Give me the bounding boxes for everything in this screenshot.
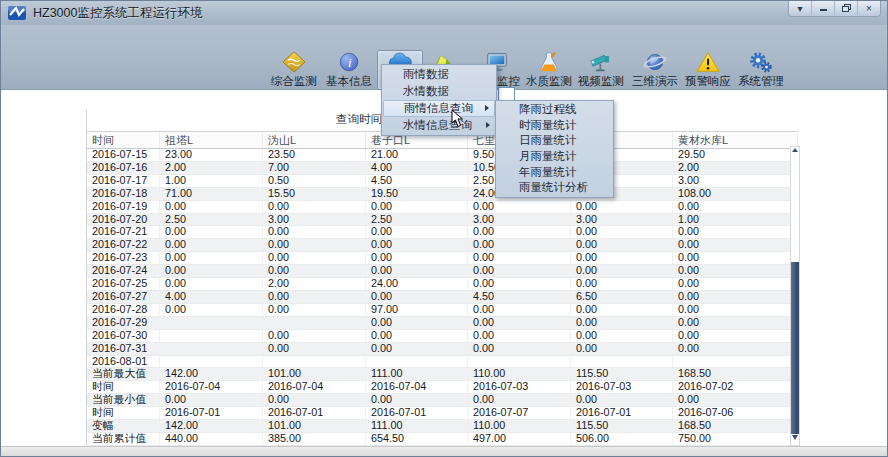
table-row[interactable]: 2016-07-202.503.002.503.003.001.00 xyxy=(87,213,798,226)
flask-icon xyxy=(523,50,575,73)
toolbar-button-video-monitoring[interactable]: 视频监测 xyxy=(575,50,627,88)
submenu-item-rain-process-line[interactable]: 降雨过程线 xyxy=(497,102,612,118)
value-cell: 497.00 xyxy=(468,432,571,445)
row-label-cell: 2016-07-29 xyxy=(87,316,160,329)
close-button[interactable]: × xyxy=(858,1,880,15)
scrollbar-thumb[interactable] xyxy=(791,262,799,434)
value-cell: 0.00 xyxy=(468,226,571,239)
column-header-time[interactable]: 时间 xyxy=(87,132,160,149)
value-cell: 2016-07-04 xyxy=(160,381,263,394)
table-row[interactable]: 2016-07-230.000.000.000.000.000.00 xyxy=(87,252,798,265)
table-row[interactable]: 2016-07-162.007.004.0010.502.00 xyxy=(87,161,798,174)
value-cell: 0.00 xyxy=(263,252,366,265)
minimize-button[interactable] xyxy=(812,1,835,15)
value-cell: 7.00 xyxy=(263,161,366,174)
table-row[interactable]: 变幅142.00101.00111.00110.00115.50168.50 xyxy=(87,420,798,433)
toolbar-button-composite-monitoring[interactable]: 综合监测 xyxy=(268,50,320,88)
menu-item-rain-info-query[interactable]: 雨情信息查询 xyxy=(383,100,495,117)
panel-edge xyxy=(86,109,87,131)
value-cell: 0.00 xyxy=(160,239,263,252)
table-row[interactable]: 2016-07-240.000.000.000.000.000.00 xyxy=(87,265,798,278)
toolbar-label: 水质监测 xyxy=(523,74,575,89)
table-row[interactable]: 2016-07-310.000.000.000.000.00 xyxy=(87,342,798,355)
value-cell: 110.00 xyxy=(468,368,571,381)
value-cell: 750.00 xyxy=(673,432,798,445)
row-label-cell: 2016-07-17 xyxy=(87,174,160,187)
table-row[interactable]: 2016-07-274.000.000.004.506.500.00 xyxy=(87,290,798,303)
table-row[interactable]: 2016-07-220.000.000.000.000.000.00 xyxy=(87,239,798,252)
window-controls: ▾ × xyxy=(788,1,881,17)
toolbar-button-water-quality[interactable]: 水质监测 xyxy=(523,50,575,88)
toolbar-button-3d-demo[interactable]: 三维演示 xyxy=(629,50,681,88)
value-cell: 2016-07-02 xyxy=(673,381,798,394)
vertical-scrollbar[interactable] xyxy=(790,146,800,446)
table-row[interactable]: 2016-07-250.002.0024.000.000.000.00 xyxy=(87,278,798,291)
table-row[interactable]: 当前累计值440.00385.00654.50497.00506.00750.0… xyxy=(87,432,798,445)
row-label-cell: 2016-07-22 xyxy=(87,239,160,252)
value-cell: 0.00 xyxy=(263,239,366,252)
menu-item-water-data[interactable]: 水情数据 xyxy=(383,83,495,100)
value-cell: 506.00 xyxy=(571,432,673,445)
submenu-item-daily-rain-stats[interactable]: 日雨量统计 xyxy=(497,133,612,149)
window-menu-button[interactable]: ▾ xyxy=(789,1,812,15)
table-row[interactable]: 当前最大值142.00101.00111.00110.00115.50168.5… xyxy=(87,368,798,381)
row-label-cell: 2016-07-24 xyxy=(87,265,160,278)
info-icon: i xyxy=(323,50,375,73)
submenu-item-label: 雨量统计分析 xyxy=(519,181,588,193)
value-cell: 168.50 xyxy=(673,420,798,433)
submenu-item-label: 年雨量统计 xyxy=(519,166,577,178)
table-row[interactable]: 2016-08-01 xyxy=(87,355,798,368)
value-cell: 0.00 xyxy=(263,200,366,213)
table-row[interactable]: 2016-07-1871.0015.5019.5024.00108.00 xyxy=(87,187,798,200)
value-cell: 6.50 xyxy=(571,290,673,303)
table-row[interactable]: 2016-07-171.000.504.502.503.00 xyxy=(87,174,798,187)
warning-icon xyxy=(682,50,734,73)
rain-query-submenu: 降雨过程线 时雨量统计 日雨量统计 月雨量统计 年雨量统计 雨量统计分析 xyxy=(495,100,614,198)
scroll-up-arrow-icon[interactable] xyxy=(791,148,799,154)
table-row[interactable]: 2016-07-210.000.000.000.000.000.00 xyxy=(87,226,798,239)
row-label-cell: 2016-07-20 xyxy=(87,213,160,226)
value-cell: 1.00 xyxy=(160,174,263,187)
value-cell: 0.00 xyxy=(571,252,673,265)
scroll-down-arrow-icon[interactable] xyxy=(791,435,799,440)
toolbar-label: 三维演示 xyxy=(629,74,681,89)
value-cell xyxy=(468,355,571,368)
table-row[interactable]: 时间2016-07-042016-07-042016-07-042016-07-… xyxy=(87,381,798,394)
column-header-station-2[interactable]: 沩山L xyxy=(263,132,366,149)
value-cell: 0.00 xyxy=(468,394,571,407)
submenu-item-hourly-rain-stats[interactable]: 时雨量统计 xyxy=(497,118,612,134)
value-cell: 0.00 xyxy=(673,303,798,316)
value-cell: 2.50 xyxy=(366,213,468,226)
value-cell: 0.00 xyxy=(366,226,468,239)
submenu-item-monthly-rain-stats[interactable]: 月雨量统计 xyxy=(497,149,612,165)
value-cell: 2016-07-03 xyxy=(468,381,571,394)
table-row[interactable]: 2016-07-1523.0023.5021.009.5029.50 xyxy=(87,149,798,162)
svg-text:i: i xyxy=(348,56,352,70)
value-cell: 115.50 xyxy=(571,420,673,433)
toolbar-button-basic-info[interactable]: i 基本信息 xyxy=(323,50,375,88)
submenu-item-yearly-rain-stats[interactable]: 年雨量统计 xyxy=(497,165,612,181)
column-header-station-1[interactable]: 祖塔L xyxy=(160,132,263,149)
table-row[interactable]: 2016-07-290.000.000.000.00 xyxy=(87,316,798,329)
menu-item-water-info-query[interactable]: 水情信息查询 xyxy=(383,117,495,134)
value-cell: 2016-07-01 xyxy=(366,407,468,420)
table-row[interactable]: 时间2016-07-012016-07-012016-07-012016-07-… xyxy=(87,407,798,420)
value-cell: 0.00 xyxy=(571,303,673,316)
toolbar-button-system-management[interactable]: 系统管理 xyxy=(735,50,787,88)
value-cell: 0.00 xyxy=(673,342,798,355)
table-row[interactable]: 当前最小值0.000.000.000.000.000.00 xyxy=(87,394,798,407)
menu-item-rain-data[interactable]: 雨情数据 xyxy=(383,66,495,83)
table-row[interactable]: 2016-07-300.000.000.000.000.00 xyxy=(87,329,798,342)
toolbar-button-alert-response[interactable]: 预警响应 xyxy=(682,50,734,88)
submenu-item-rain-stats-analysis[interactable]: 雨量统计分析 xyxy=(497,180,612,196)
value-cell: 3.00 xyxy=(263,213,366,226)
value-cell: 0.00 xyxy=(263,394,366,407)
table-row[interactable]: 2016-07-190.000.000.000.000.000.00 xyxy=(87,200,798,213)
value-cell: 2016-07-01 xyxy=(160,407,263,420)
restore-button[interactable] xyxy=(835,1,858,15)
table-row[interactable]: 2016-07-280.000.0097.000.000.000.00 xyxy=(87,303,798,316)
value-cell: 0.00 xyxy=(673,278,798,291)
value-cell: 2016-07-01 xyxy=(571,407,673,420)
value-cell: 2016-07-04 xyxy=(263,381,366,394)
column-header-station-6[interactable]: 黄材水库L xyxy=(673,132,798,149)
